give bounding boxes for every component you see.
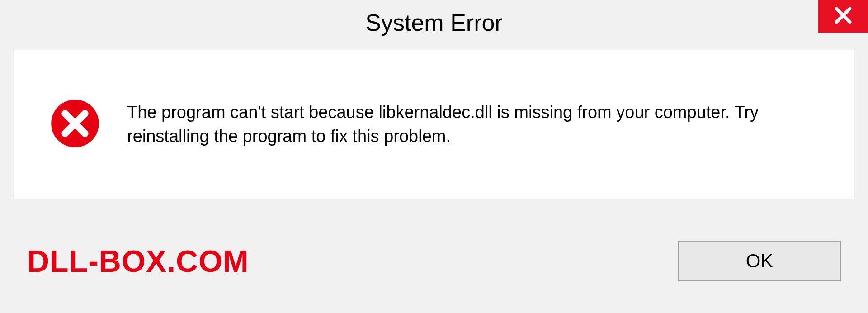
content-panel: The program can't start because libkerna… xyxy=(14,50,854,199)
error-message: The program can't start because libkerna… xyxy=(127,100,818,148)
footer: DLL-BOX.COM OK xyxy=(0,218,868,313)
close-button[interactable] xyxy=(818,0,868,33)
error-icon xyxy=(50,99,100,150)
ok-button-label: OK xyxy=(746,250,774,272)
close-icon xyxy=(833,5,853,27)
dialog-title: System Error xyxy=(365,9,502,36)
ok-button[interactable]: OK xyxy=(678,241,841,281)
watermark-text: DLL-BOX.COM xyxy=(27,243,249,279)
titlebar: System Error xyxy=(0,0,868,45)
